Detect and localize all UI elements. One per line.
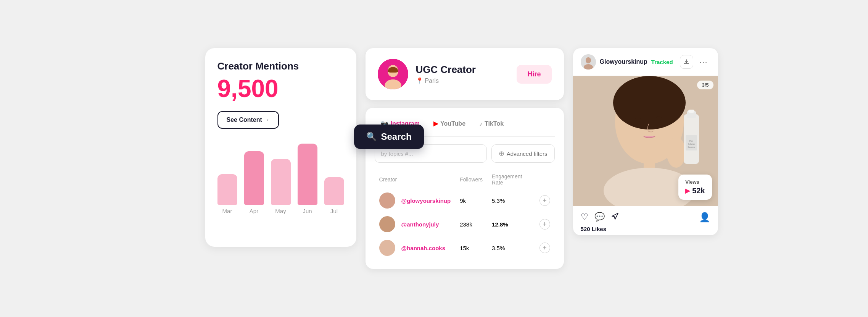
views-count: ▶ 52k bbox=[685, 186, 705, 195]
creator-cell: @anthonyjuly bbox=[375, 212, 456, 236]
more-options-button[interactable]: ··· bbox=[697, 55, 710, 69]
col-creator: Creator bbox=[375, 170, 456, 189]
advanced-filters-button[interactable]: ⊕ Advanced filters bbox=[491, 144, 555, 163]
card-title: Creator Mentions bbox=[217, 60, 344, 72]
creator-table: Creator Followers Engagement Rate @glowy… bbox=[375, 170, 555, 260]
bar-label: Jul bbox=[330, 208, 338, 214]
search-panel: 🔍 Search 📷 Instagram ▶ YouTube ♪ TikTok bbox=[366, 108, 564, 269]
youtube-icon: ▶ bbox=[433, 120, 438, 127]
tab-youtube[interactable]: ▶ YouTube bbox=[427, 117, 472, 130]
engagement-cell: 3.5% bbox=[487, 236, 535, 260]
views-label: Views bbox=[685, 179, 705, 185]
location-pin-icon: 📍 bbox=[416, 77, 424, 84]
creator-search-panel: UGC Creator 📍 Paris Hire 🔍 Search 📷 Inst… bbox=[366, 48, 564, 269]
creator-mentions-card: Creator Mentions 9,500 See Content → Mar… bbox=[205, 48, 356, 247]
svg-text:Solution: Solution bbox=[688, 143, 694, 145]
post-likes: 520 Likes bbox=[581, 226, 710, 232]
tab-tiktok[interactable]: ♪ TikTok bbox=[473, 117, 510, 130]
bar-group: May bbox=[271, 159, 291, 214]
svg-point-3 bbox=[388, 67, 398, 73]
svg-point-5 bbox=[586, 57, 591, 63]
comment-icon[interactable]: 💬 bbox=[594, 212, 605, 223]
search-icon: 🔍 bbox=[366, 132, 377, 142]
bar-group: Mar bbox=[217, 174, 237, 214]
profile-name: UGC Creator bbox=[416, 64, 509, 76]
bar-label: Mar bbox=[222, 208, 232, 214]
bar bbox=[244, 151, 264, 205]
table-row: @hannah.cooks15k3.5%+ bbox=[375, 236, 555, 260]
share-icon[interactable] bbox=[611, 212, 619, 223]
followers-cell: 9k bbox=[455, 189, 487, 212]
svg-point-10 bbox=[635, 118, 641, 122]
post-actions: ♡ 💬 👤 520 Likes bbox=[573, 206, 718, 235]
profile-info: UGC Creator 📍 Paris bbox=[416, 64, 509, 84]
followers-cell: 238k bbox=[455, 212, 487, 236]
like-icon[interactable]: ♡ bbox=[581, 212, 588, 223]
svg-point-9 bbox=[613, 76, 686, 129]
download-button[interactable] bbox=[680, 55, 693, 69]
see-content-button[interactable]: See Content → bbox=[217, 111, 279, 129]
bar-label: Jun bbox=[303, 208, 312, 214]
post-image: Pure Solution Essence 3/5 Views ▶ 52k bbox=[573, 76, 718, 206]
post-avatar bbox=[581, 54, 596, 70]
add-creator-button[interactable]: + bbox=[539, 195, 550, 206]
svg-text:Pure: Pure bbox=[689, 140, 693, 142]
plus-icon: ⊕ bbox=[499, 149, 504, 158]
creator-avatar bbox=[379, 216, 395, 232]
add-creator-cell: + bbox=[535, 236, 555, 260]
add-creator-button[interactable]: + bbox=[539, 219, 550, 230]
svg-point-14 bbox=[667, 137, 686, 168]
creator-handle[interactable]: @hannah.cooks bbox=[401, 245, 445, 251]
add-creator-cell: + bbox=[535, 189, 555, 212]
creator-handle[interactable]: @glowyourskinup bbox=[401, 197, 451, 204]
bar-group: Apr bbox=[244, 151, 264, 214]
avatar bbox=[378, 59, 408, 89]
col-engagement: Engagement Rate bbox=[487, 170, 535, 189]
search-input-placeholder: by topics #... bbox=[381, 150, 413, 157]
add-creator-cell: + bbox=[535, 212, 555, 236]
post-username: Glowyourskinup bbox=[600, 58, 647, 65]
add-creator-button[interactable]: + bbox=[539, 243, 550, 253]
views-badge: Views ▶ 52k bbox=[678, 175, 712, 200]
page-counter: 3/5 bbox=[697, 81, 713, 89]
engagement-cell: 5.3% bbox=[487, 189, 535, 212]
bar bbox=[324, 177, 344, 205]
hire-button[interactable]: Hire bbox=[517, 65, 551, 84]
bar-group: Jul bbox=[324, 177, 344, 214]
person-icon: 👤 bbox=[699, 212, 710, 223]
profile-location: 📍 Paris bbox=[416, 77, 509, 84]
bar-group: Jun bbox=[298, 144, 317, 214]
tiktok-icon: ♪ bbox=[479, 120, 482, 127]
svg-rect-17 bbox=[688, 110, 694, 113]
svg-point-11 bbox=[656, 116, 662, 121]
mentions-count: 9,500 bbox=[217, 75, 344, 102]
bar bbox=[217, 174, 237, 205]
tracked-badge: Tracked bbox=[651, 59, 673, 65]
play-icon: ▶ bbox=[685, 187, 690, 194]
creator-avatar bbox=[379, 240, 395, 256]
creator-avatar bbox=[379, 192, 395, 209]
bar bbox=[271, 159, 291, 205]
bar-chart: MarAprMayJunJul bbox=[217, 146, 344, 214]
creator-handle[interactable]: @anthonyjuly bbox=[401, 221, 439, 228]
action-icons: ♡ 💬 👤 bbox=[581, 212, 710, 223]
main-container: Creator Mentions 9,500 See Content → Mar… bbox=[205, 48, 663, 269]
col-followers: Followers bbox=[455, 170, 487, 189]
bar-label: May bbox=[275, 208, 286, 214]
followers-cell: 15k bbox=[455, 236, 487, 260]
table-row: @anthonyjuly238k12.8%+ bbox=[375, 212, 555, 236]
creator-cell: @glowyourskinup bbox=[375, 189, 456, 212]
engagement-cell: 12.8% bbox=[487, 212, 535, 236]
bar-label: Apr bbox=[250, 208, 258, 214]
bar bbox=[298, 144, 317, 205]
profile-card: UGC Creator 📍 Paris Hire bbox=[366, 48, 564, 100]
svg-text:Essence: Essence bbox=[688, 146, 695, 148]
post-header: Glowyourskinup Tracked ··· bbox=[573, 48, 718, 76]
creator-cell: @hannah.cooks bbox=[375, 236, 456, 260]
search-button[interactable]: 🔍 Search bbox=[354, 125, 424, 149]
table-row: @glowyourskinup9k5.3%+ bbox=[375, 189, 555, 212]
instagram-post-card: Glowyourskinup Tracked ··· bbox=[573, 48, 718, 235]
